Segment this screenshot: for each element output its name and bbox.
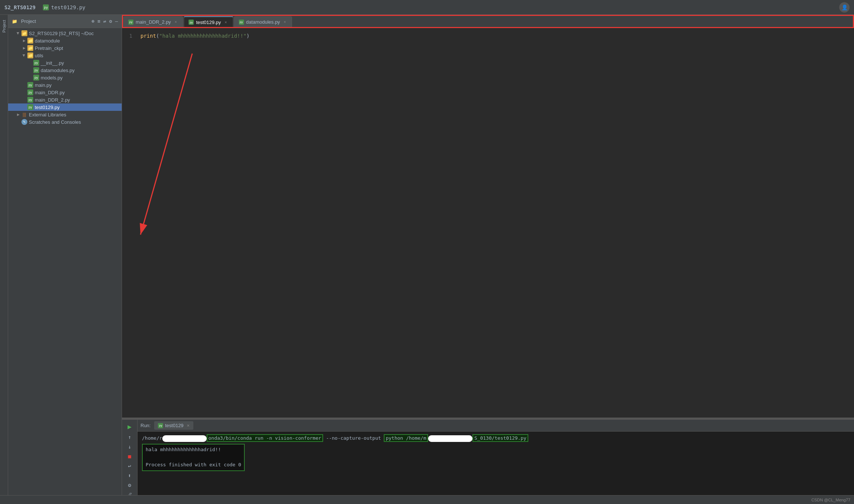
panel-title: Project bbox=[21, 18, 36, 24]
tab-bar: py main_DDR_2.py × py test0129.py × py d… bbox=[122, 15, 854, 28]
run-tab-icon: py bbox=[158, 423, 163, 428]
arrow-root: ▶ bbox=[16, 31, 21, 36]
bottom-main: ▶ ↑ ↓ ■ ↩ ⬆ ⚙ 🖨 🗑 Run: py bbox=[122, 420, 854, 504]
tab-icon-datamodules: py bbox=[239, 20, 244, 25]
console-output-box: hala mhhhhhhhhhhhhhadrid!! Process finis… bbox=[142, 444, 245, 471]
tree-item-scratches[interactable]: ▶ ✎ Scratches and Consoles bbox=[8, 118, 122, 126]
panel-icon-scope[interactable]: ⊕ bbox=[92, 18, 95, 24]
tree-label-init: __init__.py bbox=[41, 60, 64, 66]
tree-item-main-ddr2[interactable]: ▶ py main_DDR_2.py bbox=[8, 96, 122, 103]
tree-label-pretrain: Pretrain_ckpt bbox=[35, 45, 63, 51]
arrow-ext-lib: ▶ bbox=[16, 112, 21, 117]
title-bar: S2_RTS0129 py test0129.py 👤 bbox=[0, 0, 854, 15]
python-icon-datamodules: py bbox=[33, 67, 39, 73]
run-tab-close[interactable]: × bbox=[187, 423, 190, 428]
tree-item-datamodules-file[interactable]: ▶ py datamodules.py bbox=[8, 67, 122, 74]
run-label: Run: bbox=[140, 423, 150, 428]
python-icon-main-ddr2: py bbox=[27, 97, 33, 103]
run-tab-label: test0129 bbox=[165, 423, 183, 428]
tree-label-datamodules: datamodules.py bbox=[41, 68, 75, 73]
scroll-up-button[interactable]: ↑ bbox=[125, 434, 135, 440]
tab-label-test0129: test0129.py bbox=[196, 20, 221, 25]
settings-button[interactable]: ⚙ bbox=[125, 482, 135, 488]
cmd-part4: --no-capture-output bbox=[326, 435, 381, 441]
tree-item-utils[interactable]: ▶ 📁 utils bbox=[8, 52, 122, 59]
console-output-text-1: hala mhhhhhhhhhhhhhadrid!! bbox=[146, 446, 241, 454]
run-tab-test0129[interactable]: py test0129 × bbox=[154, 421, 193, 430]
tab-close-datamodules[interactable]: × bbox=[282, 20, 287, 25]
run-tab-bar: Run: py test0129 × bbox=[138, 420, 854, 432]
code-func-print: print bbox=[140, 33, 156, 39]
run-button[interactable]: ▶ bbox=[125, 423, 135, 430]
panel-icon-hide[interactable]: — bbox=[115, 18, 118, 24]
status-bar: CSDN @CL_Meng77 bbox=[0, 495, 854, 504]
tree-item-ext-lib[interactable]: ▶ ||| External Libraries bbox=[8, 111, 122, 118]
tree-item-datamodule[interactable]: ▶ 📁 datamodule bbox=[8, 37, 122, 44]
tab-datamodules[interactable]: py datamodules.py × bbox=[234, 16, 292, 27]
tree-item-models[interactable]: ▶ py models.py bbox=[8, 74, 122, 81]
tool-strip-left: ▶ ↑ ↓ ■ ↩ ⬆ ⚙ 🖨 🗑 bbox=[122, 420, 138, 504]
project-vertical-tab[interactable]: Project bbox=[1, 18, 7, 35]
title-bar-right: 👤 bbox=[839, 2, 850, 13]
folder-icon-datamodule: 📁 bbox=[27, 38, 33, 44]
user-avatar[interactable]: 👤 bbox=[839, 2, 850, 13]
folder-icon-utils: 📁 bbox=[27, 52, 33, 58]
console-exit-text: Process finished with exit code 0 bbox=[146, 461, 241, 469]
stop-button[interactable]: ■ bbox=[125, 453, 135, 459]
oval-mask-2 bbox=[428, 435, 472, 442]
arrow-pretrain: ▶ bbox=[21, 45, 27, 51]
tab-close-test0129[interactable]: × bbox=[223, 20, 228, 25]
console-output: /home/ronda3/bin/conda run -n vision-con… bbox=[138, 432, 854, 504]
code-paren-close: ) bbox=[247, 33, 250, 39]
tree-label-main-ddr: main_DDR.py bbox=[35, 90, 65, 95]
python-icon-init: py bbox=[33, 60, 39, 66]
tree-item-init[interactable]: ▶ py __init__.py bbox=[8, 59, 122, 67]
tree-item-test0129[interactable]: ▶ py test0129.py bbox=[8, 103, 122, 111]
ext-lib-icon: ||| bbox=[21, 112, 27, 118]
code-paren-open: ( bbox=[156, 33, 159, 39]
panel-icons: ⊕ ≡ ⇌ ⚙ — bbox=[92, 18, 118, 24]
tab-label-datamodules: datamodules.py bbox=[246, 19, 280, 25]
wrap-button[interactable]: ↩ bbox=[125, 463, 135, 469]
tree-label-test0129: test0129.py bbox=[35, 105, 60, 110]
panel-icon-settings[interactable]: ⚙ bbox=[109, 18, 112, 24]
project-name: S2_RTS0129 bbox=[4, 4, 35, 10]
python-icon-main: py bbox=[27, 82, 33, 88]
tree-item-main[interactable]: ▶ py main.py bbox=[8, 81, 122, 89]
panel-icon-collapse[interactable]: ⇌ bbox=[104, 18, 106, 24]
tree-item-main-ddr[interactable]: ▶ py main_DDR.py bbox=[8, 89, 122, 96]
tree-label-main-ddr2: main_DDR_2.py bbox=[35, 97, 70, 103]
tree-item-pretrain[interactable]: ▶ 📁 Pretrain_ckpt bbox=[8, 44, 122, 52]
code-content[interactable]: print("hala mhhhhhhhhhhhhhadrid!!") bbox=[137, 32, 854, 414]
tab-label-main-ddr2: main_DDR_2.py bbox=[136, 19, 171, 25]
scroll-down-button[interactable]: ↓ bbox=[125, 444, 135, 450]
tree-label-ext-lib: External Libraries bbox=[29, 112, 66, 118]
tab-close-main-ddr2[interactable]: × bbox=[173, 20, 178, 25]
project-tree: ▶ 📁 S2_RTS0129 [S2_RTS] ~/Doc ▶ 📁 datamo… bbox=[8, 28, 122, 504]
main-layout: Project 📁 Project ⊕ ≡ ⇌ ⚙ — ▶ 📁 S2_RTS01… bbox=[0, 15, 854, 504]
tree-item-root[interactable]: ▶ 📁 S2_RTS0129 [S2_RTS] ~/Doc bbox=[8, 30, 122, 37]
tree-label-utils: utils bbox=[35, 53, 43, 58]
tab-icon-main-ddr2: py bbox=[128, 20, 133, 25]
tree-label-root: S2_RTS0129 [S2_RTS] ~/Doc bbox=[29, 31, 94, 36]
panel-icon-sort[interactable]: ≡ bbox=[98, 18, 101, 24]
console-command-line: /home/ronda3/bin/conda run -n vision-con… bbox=[142, 435, 850, 442]
python-icon-test0129: py bbox=[27, 104, 33, 110]
tree-label-models: models.py bbox=[41, 75, 62, 81]
python-icon-main-ddr: py bbox=[27, 89, 33, 95]
run-panel: Run: py test0129 × /home/ronda3/bin/cond… bbox=[138, 420, 854, 504]
arrow-utils: ▶ bbox=[21, 53, 27, 58]
folder-icon: 📁 bbox=[12, 19, 17, 24]
pin-button[interactable]: ⬆ bbox=[125, 473, 135, 479]
cmd-part1: /home/r bbox=[142, 435, 162, 441]
oval-mask-1 bbox=[162, 435, 207, 442]
folder-icon-pretrain: 📁 bbox=[27, 45, 33, 51]
status-text: CSDN @CL_Meng77 bbox=[811, 498, 850, 502]
folder-icon-root: 📁 bbox=[21, 30, 27, 36]
cmd-part6: S_0130/test0129.py bbox=[472, 434, 528, 442]
tab-main-ddr2[interactable]: py main_DDR_2.py × bbox=[123, 16, 183, 27]
tab-icon-test0129: py bbox=[189, 20, 194, 25]
tab-test0129[interactable]: py test0129.py × bbox=[184, 16, 233, 27]
tree-label-scratches: Scratches and Consoles bbox=[29, 119, 81, 125]
cmd-part3 bbox=[323, 435, 326, 441]
